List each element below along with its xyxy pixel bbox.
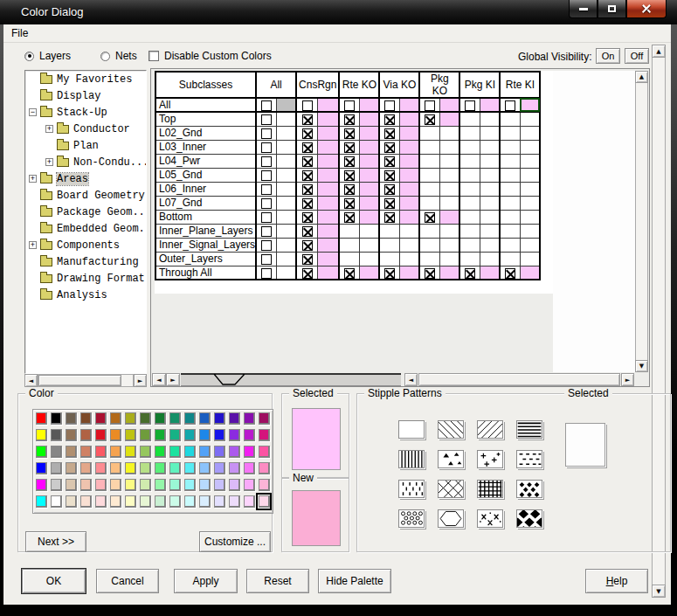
- palette-swatch[interactable]: [183, 494, 197, 509]
- visibility-checkbox-cell[interactable]: [339, 182, 359, 196]
- color-cell[interactable]: [439, 252, 459, 266]
- color-cell[interactable]: [439, 182, 459, 196]
- global-off-button[interactable]: Off: [625, 48, 649, 64]
- palette-swatch[interactable]: [34, 444, 48, 460]
- color-cell[interactable]: [318, 126, 340, 140]
- visibility-checkbox-cell[interactable]: [379, 168, 399, 182]
- visibility-checkbox-cell[interactable]: [296, 126, 318, 140]
- color-cell[interactable]: [480, 224, 500, 238]
- unchecked-checkbox-icon[interactable]: [384, 100, 395, 111]
- pattern-swatch-diag-back[interactable]: [438, 420, 464, 439]
- scroll-down-icon[interactable]: ▼: [652, 585, 666, 598]
- visibility-checkbox-cell[interactable]: [459, 140, 480, 154]
- visibility-checkbox-cell[interactable]: [500, 238, 520, 252]
- palette-swatch[interactable]: [108, 444, 122, 460]
- visibility-checkbox-cell[interactable]: [500, 98, 520, 112]
- visibility-checkbox-cell[interactable]: [419, 210, 439, 224]
- visibility-checkbox-cell[interactable]: [256, 126, 276, 140]
- checked-checkbox-icon[interactable]: [384, 198, 395, 209]
- color-cell[interactable]: [480, 154, 500, 168]
- unchecked-checkbox-icon[interactable]: [261, 100, 272, 111]
- palette-swatch[interactable]: [138, 494, 152, 509]
- tree-item-label[interactable]: Embedded Geom...: [57, 223, 147, 235]
- tree-item-label[interactable]: Areas: [57, 173, 88, 185]
- visibility-checkbox-cell[interactable]: [379, 140, 399, 154]
- visibility-checkbox-cell[interactable]: [419, 154, 439, 168]
- palette-swatch[interactable]: [168, 477, 182, 493]
- palette-swatch[interactable]: [168, 427, 182, 443]
- column-header-rte-ko[interactable]: Rte KO: [339, 72, 379, 98]
- color-cell[interactable]: [480, 126, 500, 140]
- palette-swatch[interactable]: [168, 494, 182, 509]
- visibility-checkbox-cell[interactable]: [339, 126, 359, 140]
- palette-swatch[interactable]: [49, 460, 63, 476]
- checked-checkbox-icon[interactable]: [302, 268, 313, 279]
- color-cell[interactable]: [399, 168, 419, 182]
- palette-swatch[interactable]: [168, 444, 182, 460]
- column-header-rte-ki[interactable]: Rte KI: [500, 72, 540, 98]
- palette-swatch[interactable]: [138, 411, 152, 426]
- color-cell[interactable]: [359, 182, 379, 196]
- visibility-checkbox-cell[interactable]: [256, 98, 276, 112]
- visibility-checkbox-cell[interactable]: [459, 126, 480, 140]
- color-cell[interactable]: [480, 98, 500, 112]
- palette-swatch[interactable]: [138, 427, 152, 443]
- checked-checkbox-icon[interactable]: [302, 240, 313, 251]
- unchecked-checkbox-icon[interactable]: [261, 198, 272, 209]
- palette-swatch[interactable]: [153, 494, 167, 509]
- minimize-button[interactable]: [569, 0, 598, 18]
- color-cell[interactable]: [359, 252, 379, 266]
- palette-swatch[interactable]: [257, 444, 271, 460]
- palette-swatch[interactable]: [49, 444, 63, 460]
- checked-checkbox-icon[interactable]: [384, 128, 395, 139]
- palette-swatch[interactable]: [257, 411, 271, 426]
- color-cell[interactable]: [480, 210, 500, 224]
- visibility-checkbox-cell[interactable]: [296, 224, 318, 238]
- unchecked-checkbox-icon[interactable]: [344, 100, 355, 111]
- checked-checkbox-icon[interactable]: [425, 212, 435, 223]
- visibility-checkbox-cell[interactable]: [419, 196, 439, 210]
- palette-swatch[interactable]: [79, 427, 93, 443]
- menu-file[interactable]: File: [3, 24, 36, 42]
- visibility-checkbox-cell[interactable]: [256, 182, 276, 196]
- visibility-checkbox-cell[interactable]: [296, 168, 318, 182]
- visibility-checkbox-cell[interactable]: [459, 252, 480, 266]
- checked-checkbox-icon[interactable]: [302, 254, 313, 265]
- palette-swatch[interactable]: [79, 411, 93, 426]
- unchecked-checkbox-icon[interactable]: [465, 100, 475, 111]
- color-cell[interactable]: [318, 168, 340, 182]
- color-cell[interactable]: [359, 238, 379, 252]
- color-cell[interactable]: [276, 168, 296, 182]
- color-cell[interactable]: [359, 266, 379, 280]
- visibility-checkbox-cell[interactable]: [459, 168, 480, 182]
- palette-swatch[interactable]: [183, 444, 197, 460]
- palette-swatch[interactable]: [108, 427, 122, 443]
- layer-tree[interactable]: My FavoritesDisplay−Stack-Up+ConductorPl…: [24, 70, 147, 374]
- visibility-checkbox-cell[interactable]: [379, 182, 399, 196]
- color-cell[interactable]: [318, 98, 340, 112]
- cancel-button[interactable]: Cancel: [96, 569, 159, 593]
- palette-swatch[interactable]: [227, 477, 241, 493]
- pattern-swatch-x-dots[interactable]: [477, 509, 503, 528]
- visibility-checkbox-cell[interactable]: [296, 266, 318, 280]
- unchecked-checkbox-icon[interactable]: [261, 212, 272, 223]
- visibility-checkbox-cell[interactable]: [379, 196, 399, 210]
- scroll-down-icon[interactable]: ▼: [635, 360, 648, 372]
- close-button[interactable]: [626, 0, 667, 18]
- visibility-checkbox-cell[interactable]: [296, 210, 318, 224]
- color-cell[interactable]: [399, 182, 419, 196]
- visibility-checkbox-cell[interactable]: [500, 252, 520, 266]
- color-cell[interactable]: [399, 126, 419, 140]
- layers-radio[interactable]: Layers: [24, 50, 71, 62]
- palette-swatch[interactable]: [212, 494, 226, 509]
- palette-swatch[interactable]: [168, 460, 182, 476]
- checked-checkbox-icon[interactable]: [302, 114, 313, 125]
- table-vertical-scrollbar[interactable]: ▲ ▼: [635, 71, 648, 372]
- palette-swatch[interactable]: [34, 427, 48, 443]
- checked-checkbox-icon[interactable]: [465, 268, 475, 279]
- checked-checkbox-icon[interactable]: [344, 142, 355, 153]
- visibility-checkbox-cell[interactable]: [500, 140, 520, 154]
- visibility-checkbox-cell[interactable]: [459, 98, 480, 112]
- checked-checkbox-icon[interactable]: [302, 142, 313, 153]
- palette-swatch[interactable]: [49, 477, 63, 493]
